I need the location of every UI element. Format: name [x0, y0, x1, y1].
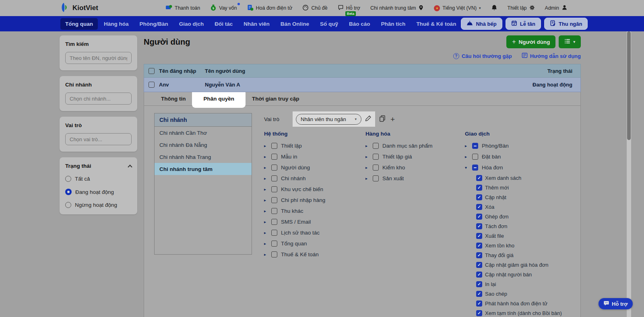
checkbox-unchecked[interactable]	[472, 154, 478, 160]
permission-item[interactable]: ▸Người dùng	[264, 162, 363, 173]
permission-child[interactable]: Xem danh sách	[476, 173, 581, 183]
permission-item[interactable]: ▸Sản xuất	[365, 173, 464, 184]
checkbox-checked[interactable]	[476, 291, 482, 297]
expand-caret-icon[interactable]: ▸	[264, 176, 268, 181]
brand[interactable]: KiotViet	[60, 2, 98, 14]
checkbox-unchecked[interactable]	[271, 197, 277, 203]
tab-phan-quyen[interactable]: Phân quyền	[194, 92, 243, 105]
nav-item-nhan-vien[interactable]: Nhân viên	[239, 18, 275, 30]
user-row[interactable]: Anv Nguyễn Văn A Đang hoạt động	[144, 78, 581, 92]
cashier-button[interactable]: Thu ngân	[544, 18, 588, 30]
nav-item-phan-tich[interactable]: Phân tích	[376, 18, 411, 30]
checkbox-unchecked[interactable]	[271, 241, 277, 247]
branch-filter-input[interactable]	[65, 93, 132, 105]
checkbox-unchecked[interactable]	[271, 165, 277, 171]
radio-unselected[interactable]	[65, 176, 71, 182]
checkbox-checked[interactable]	[476, 175, 482, 181]
checkbox-checked[interactable]	[476, 204, 482, 210]
branch-item-nha-trang[interactable]: Chi nhánh Nha Trang	[155, 151, 252, 163]
nav-item-hang-hoa[interactable]: Hàng hóa	[99, 18, 134, 30]
checkbox-checked[interactable]	[476, 310, 482, 316]
topbar-item-support[interactable]: Hỗ trợ Beta	[338, 4, 360, 12]
checkbox-checked[interactable]	[476, 194, 482, 200]
topbar-item-loan[interactable]: $ Vay vốn	[210, 4, 237, 12]
checkbox-unchecked[interactable]	[271, 230, 277, 236]
permission-child[interactable]: Cập nhật	[476, 192, 581, 202]
checkbox-unchecked[interactable]	[271, 175, 277, 181]
branch-item-trung-tam[interactable]: Chi nhánh trung tâm	[155, 163, 252, 175]
checkbox-unchecked[interactable]	[271, 154, 277, 160]
topbar-item-payment[interactable]: Thanh toán	[166, 4, 200, 12]
account-menu[interactable]: Admin	[545, 4, 568, 12]
permission-child[interactable]: Ghép đơn	[476, 212, 581, 221]
permission-item[interactable]: ▸Thiết lập	[264, 140, 363, 151]
permission-item[interactable]: ▸Thiết lập giá	[365, 151, 464, 162]
tab-thoi-gian-truy-cap[interactable]: Thời gian truy cập	[243, 92, 308, 105]
permission-child[interactable]: Cập nhật người bán	[476, 270, 581, 279]
reception-button[interactable]: Lễ tân	[506, 18, 541, 30]
scrollbar-thumb[interactable]	[627, 31, 631, 140]
permission-item[interactable]: ▸Lịch sử thao tác	[264, 227, 363, 238]
notifications-button[interactable]	[491, 4, 497, 12]
checkbox-checked[interactable]	[476, 185, 482, 191]
topbar-item-einvoice[interactable]: Hoá đơn điện tử	[247, 4, 293, 12]
list-view-split-button[interactable]: ▾	[559, 35, 581, 48]
add-user-button[interactable]: + Người dùng	[506, 35, 555, 48]
checkbox-unchecked[interactable]	[271, 251, 277, 257]
nav-item-phong-ban[interactable]: Phòng/Bàn	[135, 18, 173, 30]
permission-item[interactable]: ▸Khu vực chế biến	[264, 184, 363, 195]
permission-item[interactable]: ▸Mẫu in	[264, 151, 363, 162]
checkbox-unchecked[interactable]	[271, 143, 277, 149]
checkbox-checked[interactable]	[476, 252, 482, 258]
permission-item[interactable]: ▸Thu khác	[264, 206, 363, 216]
checkbox-unchecked[interactable]	[373, 165, 379, 171]
checkbox-indeterminate[interactable]	[472, 165, 478, 171]
permission-item[interactable]: ▸Kiểm kho	[365, 162, 464, 173]
radio-unselected[interactable]	[65, 202, 71, 208]
faq-link[interactable]: ? Câu hỏi thường gặp	[453, 53, 512, 59]
permission-child[interactable]: Sao chép	[476, 289, 581, 298]
expand-caret-icon[interactable]: ▸	[264, 231, 268, 235]
permission-child[interactable]: Xem tạm tính (dành cho Bồi bàn)	[476, 308, 581, 317]
nav-item-bao-cao[interactable]: Báo cáo	[344, 18, 375, 30]
row-checkbox[interactable]	[149, 82, 155, 88]
permission-child[interactable]: Cập nhật giảm giá hóa đơn	[476, 260, 581, 270]
radio-selected[interactable]	[65, 189, 72, 195]
expand-caret-icon[interactable]: ▸	[465, 154, 469, 159]
checkbox-checked[interactable]	[476, 223, 482, 229]
copy-icon[interactable]	[379, 115, 386, 124]
expand-caret-icon[interactable]: ▸	[365, 176, 369, 181]
expand-caret-icon[interactable]: ▸	[365, 144, 369, 148]
select-all-checkbox[interactable]	[149, 68, 155, 74]
permission-item[interactable]: ▸Chi phí nhập hàng	[264, 195, 363, 206]
role-filter-input[interactable]	[65, 133, 132, 145]
checkbox-checked[interactable]	[476, 214, 482, 220]
settings-button[interactable]: Thiết lập	[508, 5, 535, 12]
nav-item-doi-tac[interactable]: Đối tác	[210, 18, 237, 30]
checkbox-unchecked[interactable]	[271, 186, 277, 192]
nav-item-so-quy[interactable]: Sổ quỹ	[315, 18, 343, 30]
permission-item[interactable]: ▸Phòng/Bàn	[465, 140, 581, 151]
expand-caret-icon[interactable]: ▸	[365, 154, 369, 159]
checkbox-checked[interactable]	[476, 281, 482, 287]
permission-item[interactable]: ▾Hóa đơn	[465, 162, 581, 173]
page-scrollbar[interactable]	[627, 31, 631, 317]
permission-child[interactable]: Xem tồn kho	[476, 241, 581, 250]
support-fab-button[interactable]: Hỗ trợ	[599, 298, 633, 309]
status-option-all[interactable]: Tất cả	[65, 176, 132, 182]
expand-caret-icon[interactable]: ▸	[264, 241, 268, 246]
checkbox-unchecked[interactable]	[373, 175, 379, 181]
edit-pencil-icon[interactable]	[365, 115, 372, 123]
checkbox-checked[interactable]	[476, 233, 482, 239]
permission-item[interactable]: ▸Đặt bàn	[465, 151, 581, 162]
permission-child[interactable]: Phát hành hóa đơn điện tử	[476, 298, 581, 308]
status-option-active[interactable]: Đang hoạt động	[65, 189, 132, 195]
status-option-inactive[interactable]: Ngừng hoạt động	[65, 202, 132, 208]
role-select[interactable]: Nhân viên thu ngân ▾	[296, 114, 361, 125]
kitchen-button[interactable]: Nhà bếp	[461, 18, 502, 30]
expand-caret-icon[interactable]: ▸	[264, 154, 268, 159]
permission-item[interactable]: ▸Tổng quan	[264, 238, 363, 249]
expand-caret-icon[interactable]: ▸	[264, 165, 268, 170]
checkbox-checked[interactable]	[476, 262, 482, 268]
permission-child[interactable]: Xuất file	[476, 231, 581, 241]
